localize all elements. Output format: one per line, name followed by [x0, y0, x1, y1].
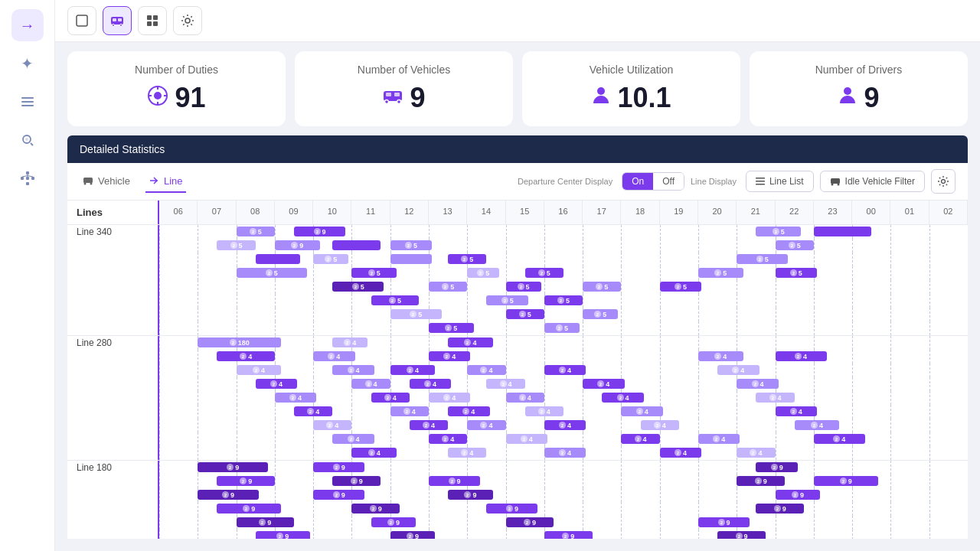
gantt-bar[interactable]: 29	[737, 476, 785, 486]
gantt-bar[interactable]: 25	[390, 240, 432, 250]
gantt-bar[interactable]: 24	[332, 337, 368, 347]
gantt-bar[interactable]: 29	[217, 504, 281, 514]
gantt-bar[interactable]: 29	[544, 531, 593, 539]
gantt-bar[interactable]: 25	[371, 295, 420, 305]
gantt-bar[interactable]: 24	[351, 379, 390, 389]
gantt-bar[interactable]: 24	[621, 406, 662, 416]
gantt-bar[interactable]: 24	[506, 434, 547, 444]
gantt-bar[interactable]: 25	[544, 323, 580, 333]
gantt-bar[interactable]: 24	[410, 420, 448, 430]
gantt-bar[interactable]: 24	[429, 434, 467, 444]
gantt-bar[interactable]: 24	[795, 420, 840, 430]
sidebar-item-network[interactable]: ✦	[11, 47, 44, 80]
toolbar-single-view[interactable]	[67, 6, 96, 35]
gantt-bar[interactable]: 24	[583, 379, 624, 389]
gantt-bar[interactable]: 25	[313, 254, 348, 264]
gantt-bar[interactable]: 25	[525, 268, 564, 278]
toggle-off[interactable]: Off	[653, 173, 684, 190]
gantt-bar[interactable]: 24	[351, 448, 397, 458]
gantt-bar[interactable]: 24	[429, 351, 470, 361]
gantt-bar[interactable]: 24	[332, 434, 374, 444]
gantt-bar[interactable]: 24	[602, 393, 643, 403]
gantt-bar[interactable]: 24	[313, 351, 354, 361]
gantt-bar[interactable]: 29	[198, 490, 259, 500]
toolbar-grid-view[interactable]	[138, 6, 167, 35]
gantt-bar[interactable]: 24	[390, 406, 429, 416]
gantt-bar[interactable]: 25	[583, 282, 621, 292]
gantt-bar[interactable]: 29	[351, 504, 400, 514]
gantt-bar[interactable]: 25	[429, 282, 467, 292]
gantt-bar[interactable]: 29	[294, 227, 345, 236]
gantt-bar[interactable]: 25	[544, 295, 583, 305]
sidebar-item-hierarchy[interactable]	[11, 162, 44, 194]
gantt-bar[interactable]: 25	[583, 309, 618, 319]
gantt-bar[interactable]: 24	[756, 393, 794, 403]
gantt-bar[interactable]: 24	[390, 365, 436, 375]
idle-vehicle-filter-button[interactable]: Idle Vehicle Filter	[820, 171, 925, 192]
gantt-bar[interactable]: 25	[486, 295, 528, 305]
gantt-bar[interactable]: 24	[448, 448, 486, 458]
sidebar-item-list[interactable]	[11, 86, 44, 118]
toggle-on[interactable]: On	[622, 173, 653, 190]
gantt-bar[interactable]	[390, 254, 432, 264]
gantt-bar[interactable]: 24	[410, 379, 451, 389]
gantt-bar[interactable]: 24	[698, 351, 743, 361]
gantt-bar[interactable]: 24	[313, 420, 351, 430]
gantt-bar[interactable]: 25	[756, 227, 801, 236]
tab-line[interactable]: Line	[145, 171, 186, 193]
gantt-bar[interactable]: 24	[737, 448, 775, 458]
gantt-bar[interactable]: 24	[525, 406, 564, 416]
gantt-bar[interactable]: 29	[698, 517, 750, 527]
gantt-bar[interactable]: 25	[506, 282, 541, 292]
gantt-bar[interactable]: 24	[544, 365, 586, 375]
gantt-bar[interactable]: 25	[776, 240, 814, 250]
gantt-bar[interactable]: 29	[390, 531, 436, 539]
gantt-bar[interactable]: 29	[776, 490, 821, 500]
gantt-bar[interactable]: 29	[237, 517, 294, 527]
gantt-bar[interactable]: 25	[217, 240, 255, 250]
gantt-bar[interactable]: 25	[506, 309, 544, 319]
gantt-settings-button[interactable]	[931, 169, 956, 194]
gantt-bar[interactable]: 25	[698, 268, 743, 278]
gantt-bar[interactable]: 29	[448, 490, 493, 500]
gantt-bar[interactable]: 29	[486, 504, 537, 514]
gantt-bar[interactable]: 29	[506, 517, 554, 527]
toolbar-settings[interactable]	[173, 6, 202, 35]
gantt-bar[interactable]: 29	[313, 462, 364, 472]
gantt-bar[interactable]: 29	[717, 531, 766, 539]
tab-vehicle[interactable]: Vehicle	[80, 171, 133, 193]
gantt-bar[interactable]: 29	[217, 476, 274, 486]
sidebar-item-search[interactable]	[11, 124, 44, 156]
gantt-bar[interactable]: 24	[776, 406, 817, 416]
gantt-bar[interactable]: 25	[390, 309, 442, 319]
gantt-bar[interactable]: 24	[467, 365, 505, 375]
sidebar-item-arrow[interactable]: →	[11, 9, 44, 41]
gantt-bar[interactable]: 24	[641, 420, 679, 430]
gantt-bar[interactable]: 25	[776, 268, 817, 278]
gantt-bar[interactable]: 24	[448, 337, 493, 347]
gantt-bar[interactable]	[256, 254, 301, 264]
gantt-bar[interactable]: 29	[256, 531, 310, 539]
gantt-bar[interactable]: 24	[621, 434, 659, 444]
gantt-bar[interactable]: 29	[814, 476, 878, 486]
gantt-bar[interactable]: 24	[429, 393, 470, 403]
gantt-bar[interactable]: 24	[660, 448, 701, 458]
gantt-bar[interactable]: 24	[332, 365, 374, 375]
gantt-bar[interactable]: 29	[756, 462, 797, 472]
gantt-bar[interactable]: 24	[448, 406, 489, 416]
gantt-bar[interactable]: 25	[332, 282, 384, 292]
gantt-bar[interactable]: 24	[371, 393, 410, 403]
gantt-bar[interactable]: 29	[332, 476, 381, 486]
gantt-bar[interactable]: 24	[294, 406, 332, 416]
gantt-bar[interactable]	[814, 227, 871, 236]
gantt-bar[interactable]: 29	[756, 504, 804, 514]
gantt-bar[interactable]	[332, 240, 381, 250]
gantt-bar[interactable]: 24	[506, 393, 544, 403]
gantt-bar[interactable]: 29	[275, 240, 320, 250]
gantt-bar[interactable]: 29	[198, 462, 268, 472]
gantt-bar[interactable]: 25	[429, 323, 474, 333]
gantt-bar[interactable]: 29	[429, 476, 480, 486]
line-list-button[interactable]: Line List	[746, 171, 814, 192]
toolbar-bus-view[interactable]	[103, 6, 132, 35]
gantt-bar[interactable]: 24	[776, 351, 827, 361]
